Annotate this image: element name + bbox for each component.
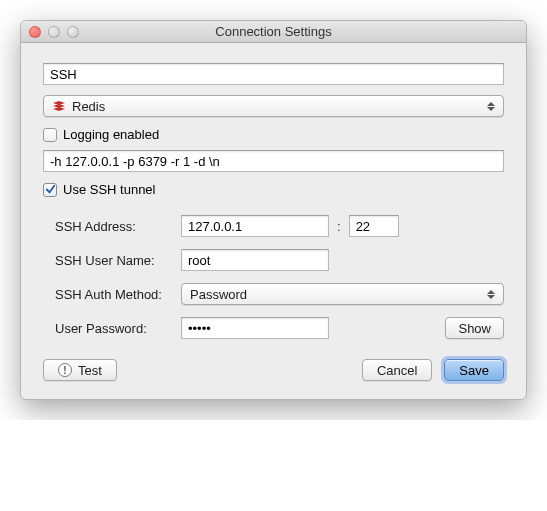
window-title: Connection Settings xyxy=(21,24,526,39)
settings-window: Connection Settings Redis Logging enable… xyxy=(20,20,527,400)
logging-checkbox[interactable] xyxy=(43,128,57,142)
ssh-auth-value: Password xyxy=(190,287,247,302)
ssh-tunnel-label: Use SSH tunnel xyxy=(63,182,156,197)
command-input[interactable] xyxy=(43,150,504,172)
ssh-user-input[interactable] xyxy=(181,249,329,271)
ssh-address-input[interactable] xyxy=(181,215,329,237)
close-icon[interactable] xyxy=(29,26,41,38)
ssh-tunnel-checkbox[interactable] xyxy=(43,183,57,197)
test-button[interactable]: ! Test xyxy=(43,359,117,381)
connection-type-label: Redis xyxy=(72,99,105,114)
minimize-icon[interactable] xyxy=(48,26,60,38)
chevron-updown-icon xyxy=(483,284,499,304)
cancel-button[interactable]: Cancel xyxy=(362,359,432,381)
ssh-auth-label: SSH Auth Method: xyxy=(55,287,181,302)
ssh-section: SSH Address: : SSH User Name: SSH Auth M… xyxy=(55,215,504,339)
action-bar: ! Test Cancel Save xyxy=(43,359,504,381)
ssh-address-label: SSH Address: xyxy=(55,219,181,234)
ssh-password-label: User Password: xyxy=(55,321,181,336)
show-password-button[interactable]: Show xyxy=(445,317,504,339)
ssh-password-input[interactable] xyxy=(181,317,329,339)
chevron-updown-icon xyxy=(483,96,499,116)
exclamation-icon: ! xyxy=(58,363,72,377)
save-button[interactable]: Save xyxy=(444,359,504,381)
traffic-lights xyxy=(29,26,79,38)
content: Redis Logging enabled Use SSH tunnel SSH… xyxy=(21,43,526,399)
logging-label: Logging enabled xyxy=(63,127,159,142)
titlebar: Connection Settings xyxy=(21,21,526,43)
connection-name-input[interactable] xyxy=(43,63,504,85)
ssh-user-label: SSH User Name: xyxy=(55,253,181,268)
address-port-separator: : xyxy=(337,219,341,234)
ssh-port-input[interactable] xyxy=(349,215,399,237)
connection-type-select[interactable]: Redis xyxy=(43,95,504,117)
redis-icon xyxy=(52,100,66,112)
zoom-icon[interactable] xyxy=(67,26,79,38)
ssh-auth-select[interactable]: Password xyxy=(181,283,504,305)
